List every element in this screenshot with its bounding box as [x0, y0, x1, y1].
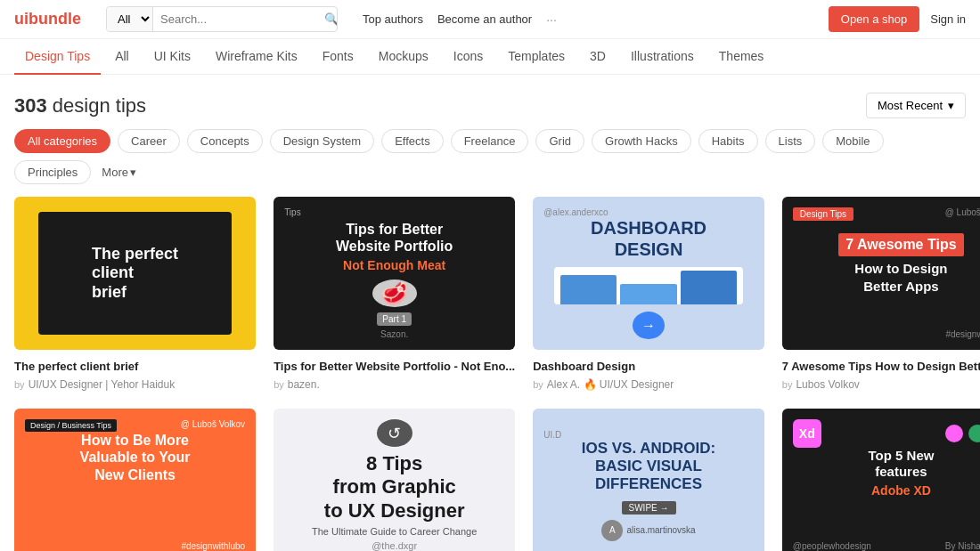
- card-thumb-3: @alex.anderxco DASHBOARDDESIGN →: [533, 197, 764, 350]
- pill-mobile[interactable]: Mobile: [822, 129, 883, 153]
- pill-effects[interactable]: Effects: [381, 129, 444, 153]
- card-perfect-brief[interactable]: The perfectclientbrief The perfect clien…: [14, 197, 256, 391]
- card-awesome-tips[interactable]: Design Tips @ Luboš Volkov 7 Awesome Tip…: [782, 197, 980, 391]
- open-shop-button[interactable]: Open a shop: [829, 6, 919, 32]
- nav-bar: Design Tips All UI Kits Wireframe Kits F…: [0, 39, 980, 75]
- card-title-4: 7 Awesome Tips How to Design Better Ap..…: [782, 359, 980, 375]
- pill-habits[interactable]: Habits: [698, 129, 758, 153]
- pill-growth-hacks[interactable]: Growth Hacks: [592, 129, 691, 153]
- pill-freelance[interactable]: Freelance: [451, 129, 529, 153]
- nav-item-themes[interactable]: Themes: [708, 39, 775, 75]
- card-thumb-6: ↺ 8 Tipsfrom Graphicto UX Designer The U…: [274, 409, 515, 551]
- page-header: 303 design tips Most Recent ▾: [0, 75, 980, 129]
- search-category-select[interactable]: All: [107, 7, 153, 31]
- top-bar: uibundle All 🔍 Top authors Become an aut…: [0, 0, 980, 39]
- card-title-1: The perfect client brief: [14, 359, 256, 375]
- top-right: Open a shop Sign in: [829, 6, 966, 32]
- card-author-3: by Alex A. 🔥 UI/UX Designer: [533, 378, 764, 391]
- card-thumb-7: UI.D IOS VS. ANDROID:BASIC VISUALDIFFERE…: [533, 409, 764, 551]
- nav-item-ui-kits[interactable]: UI Kits: [143, 39, 201, 75]
- search-button[interactable]: 🔍: [317, 8, 338, 30]
- more-links-button[interactable]: ···: [546, 12, 557, 27]
- search-input[interactable]: [153, 8, 317, 30]
- card-thumb-4: Design Tips @ Luboš Volkov 7 Awesome Tip…: [782, 197, 980, 350]
- card-thumb-8: Xd Top 5 Newfeatures Adobe XD @peoplewho…: [782, 409, 980, 551]
- card-portfolio-tips[interactable]: Tips Tips for BetterWebsite Portfolio No…: [274, 197, 515, 391]
- sort-button[interactable]: Most Recent ▾: [866, 93, 966, 118]
- more-categories-button[interactable]: More ▾: [102, 166, 136, 179]
- card-valuable[interactable]: Design / Business Tips @ Luboš Volkov Ho…: [14, 409, 256, 551]
- card-title-2: Tips for Better Website Portfolio - Not …: [274, 359, 515, 375]
- card-ios-android[interactable]: UI.D IOS VS. ANDROID:BASIC VISUALDIFFERE…: [533, 409, 764, 551]
- pill-principles[interactable]: Principles: [14, 160, 91, 184]
- card-dashboard[interactable]: @alex.anderxco DASHBOARDDESIGN → Dashboa…: [533, 197, 764, 391]
- page-title: 303 design tips: [14, 94, 146, 117]
- card-author-1: by UI/UX Designer | Yehor Haiduk: [14, 378, 256, 391]
- nav-item-illustrations[interactable]: Illustrations: [620, 39, 705, 75]
- card-grid: The perfectclientbrief The perfect clien…: [0, 197, 980, 551]
- pill-grid[interactable]: Grid: [535, 129, 584, 153]
- card-thumb-5: Design / Business Tips @ Luboš Volkov Ho…: [14, 409, 256, 551]
- search-wrapper: All 🔍: [106, 6, 338, 32]
- logo: uibundle: [14, 10, 81, 28]
- category-bar: All categories Career Concepts Design Sy…: [0, 129, 980, 197]
- pill-concepts[interactable]: Concepts: [187, 129, 263, 153]
- nav-item-templates[interactable]: Templates: [497, 39, 576, 75]
- card-thumb-1: The perfectclientbrief: [14, 197, 256, 350]
- card-adobe-xd[interactable]: Xd Top 5 Newfeatures Adobe XD @peoplewho…: [782, 409, 980, 551]
- nav-item-all[interactable]: All: [104, 39, 140, 75]
- pill-design-system[interactable]: Design System: [270, 129, 374, 153]
- pill-all-categories[interactable]: All categories: [14, 129, 110, 153]
- pill-career[interactable]: Career: [118, 129, 180, 153]
- card-author-4: by Lubos Volkov: [782, 378, 980, 391]
- top-links: Top authors Become an author ···: [363, 12, 557, 27]
- pill-lists[interactable]: Lists: [765, 129, 816, 153]
- nav-item-fonts[interactable]: Fonts: [312, 39, 364, 75]
- nav-item-icons[interactable]: Icons: [443, 39, 494, 75]
- nav-item-3d[interactable]: 3D: [579, 39, 617, 75]
- signin-button[interactable]: Sign in: [930, 12, 966, 26]
- card-title-3: Dashboard Design: [533, 359, 764, 375]
- card-thumb-2: Tips Tips for BetterWebsite Portfolio No…: [274, 197, 515, 350]
- top-authors-link[interactable]: Top authors: [363, 12, 423, 26]
- card-graphic-ux[interactable]: ↺ 8 Tipsfrom Graphicto UX Designer The U…: [274, 409, 515, 551]
- nav-item-wireframe-kits[interactable]: Wireframe Kits: [205, 39, 308, 75]
- become-author-link[interactable]: Become an author: [437, 12, 532, 26]
- nav-item-mockups[interactable]: Mockups: [368, 39, 439, 75]
- card-author-2: by bazen.: [274, 378, 515, 391]
- nav-item-design-tips[interactable]: Design Tips: [14, 39, 101, 75]
